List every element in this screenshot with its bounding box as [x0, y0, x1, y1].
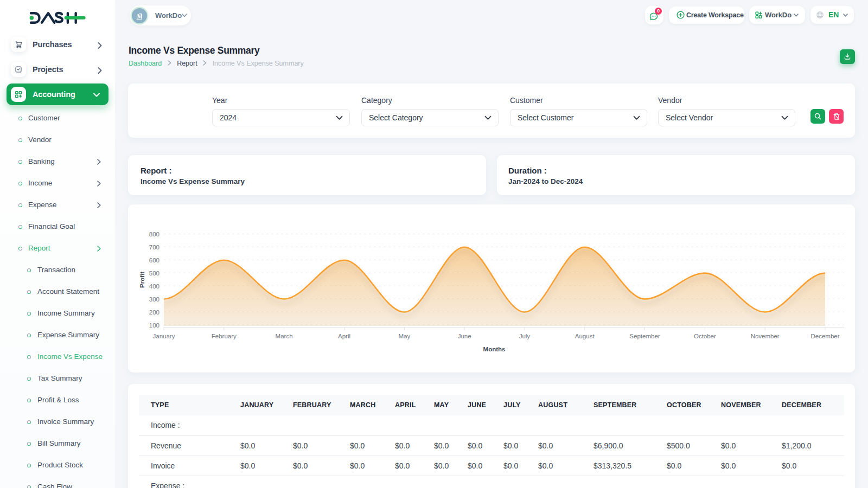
svg-text:January: January [153, 333, 175, 339]
svg-text:October: October [694, 333, 716, 339]
svg-text:June: June [458, 333, 471, 339]
svg-text:May: May [398, 333, 410, 339]
svg-text:March: March [276, 333, 293, 339]
svg-text:December: December [810, 333, 839, 339]
svg-text:500: 500 [149, 270, 159, 277]
svg-text:July: July [519, 333, 531, 339]
svg-text:September: September [629, 333, 660, 339]
svg-text:100: 100 [149, 322, 159, 329]
svg-text:600: 600 [149, 257, 159, 264]
svg-text:Months: Months [483, 346, 506, 352]
svg-text:November: November [751, 333, 780, 339]
svg-text:300: 300 [149, 296, 159, 303]
svg-text:August: August [575, 333, 595, 339]
svg-text:200: 200 [149, 309, 159, 316]
svg-text:800: 800 [149, 231, 159, 237]
svg-text:April: April [338, 333, 350, 339]
svg-text:400: 400 [149, 283, 159, 290]
svg-text:February: February [212, 333, 237, 339]
svg-text:Profit: Profit [139, 272, 145, 288]
svg-text:700: 700 [149, 244, 159, 251]
